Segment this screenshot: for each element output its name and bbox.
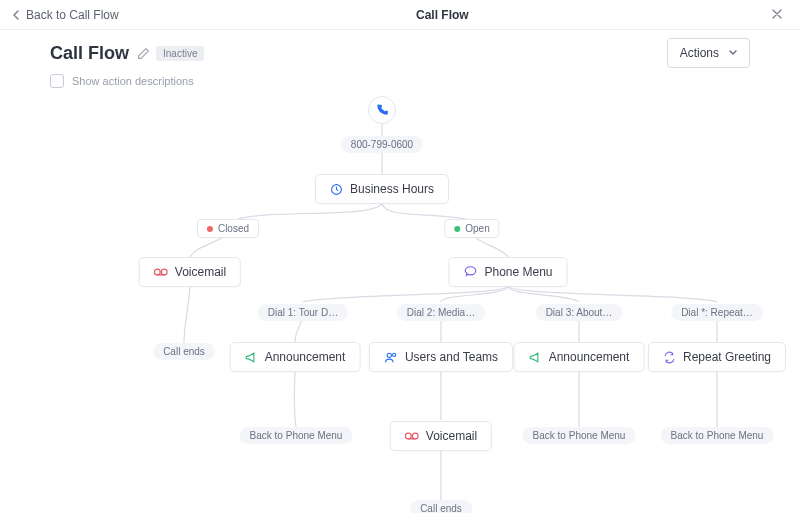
node-voicemail-2[interactable]: Voicemail (390, 421, 492, 451)
arrow-left-icon (12, 10, 22, 20)
back-label: Back to Call Flow (26, 8, 119, 22)
node-label: Announcement (265, 350, 346, 364)
svg-point-1 (154, 269, 160, 275)
actions-label: Actions (680, 46, 719, 60)
phone-icon (375, 103, 389, 117)
node-label: Users and Teams (405, 350, 498, 364)
voicemail-icon (154, 267, 168, 277)
svg-point-3 (387, 353, 391, 357)
node-announcement-2[interactable]: Announcement (514, 342, 645, 372)
node-label: Repeat Greeting (683, 350, 771, 364)
node-repeat-greeting[interactable]: Repeat Greeting (648, 342, 786, 372)
dial-1-pill: Dial 1: Tour D… (258, 304, 348, 321)
megaphone-icon (529, 351, 542, 364)
repeat-icon (663, 351, 676, 364)
svg-point-6 (412, 433, 418, 439)
pencil-icon[interactable] (137, 47, 150, 60)
close-icon (772, 9, 782, 19)
start-node[interactable] (368, 96, 396, 124)
status-dot-open (454, 226, 460, 232)
terminal-back-3: Back to Phone Menu (661, 427, 774, 444)
users-icon (384, 351, 398, 364)
back-link[interactable]: Back to Call Flow (12, 8, 119, 22)
show-descriptions-checkbox[interactable] (50, 74, 64, 88)
megaphone-icon (245, 351, 258, 364)
page-title: Call Flow (119, 8, 766, 22)
caret-down-icon (729, 50, 737, 56)
voicemail-icon (405, 431, 419, 441)
svg-point-5 (405, 433, 411, 439)
node-label: Voicemail (175, 265, 226, 279)
terminal-back-1: Back to Phone Menu (240, 427, 353, 444)
terminal-back-2: Back to Phone Menu (523, 427, 636, 444)
phone-menu-icon (463, 265, 477, 279)
svg-point-2 (161, 269, 167, 275)
node-users-teams[interactable]: Users and Teams (369, 342, 513, 372)
svg-point-4 (393, 353, 396, 356)
flow-title: Call Flow (50, 43, 129, 64)
dial-3-pill: Dial 3: About… (536, 304, 623, 321)
dial-star-pill: Dial *: Repeat… (671, 304, 763, 321)
status-badge: Inactive (156, 46, 204, 61)
node-announcement-1[interactable]: Announcement (230, 342, 361, 372)
node-business-hours[interactable]: Business Hours (315, 174, 449, 204)
phone-number-pill: 800-799-0600 (341, 136, 423, 153)
close-button[interactable] (766, 6, 788, 24)
clock-icon (330, 183, 343, 196)
node-voicemail[interactable]: Voicemail (139, 257, 241, 287)
node-label: Business Hours (350, 182, 434, 196)
status-dot-closed (207, 226, 213, 232)
show-descriptions-label: Show action descriptions (72, 75, 194, 87)
node-label: Voicemail (426, 429, 477, 443)
branch-open: Open (444, 219, 499, 238)
actions-dropdown[interactable]: Actions (667, 38, 750, 68)
dial-2-pill: Dial 2: Media… (397, 304, 485, 321)
node-label: Announcement (549, 350, 630, 364)
node-phone-menu[interactable]: Phone Menu (448, 257, 567, 287)
terminal-call-ends: Call ends (153, 343, 215, 360)
terminal-call-ends-2: Call ends (410, 500, 472, 513)
node-label: Phone Menu (484, 265, 552, 279)
branch-closed: Closed (197, 219, 259, 238)
